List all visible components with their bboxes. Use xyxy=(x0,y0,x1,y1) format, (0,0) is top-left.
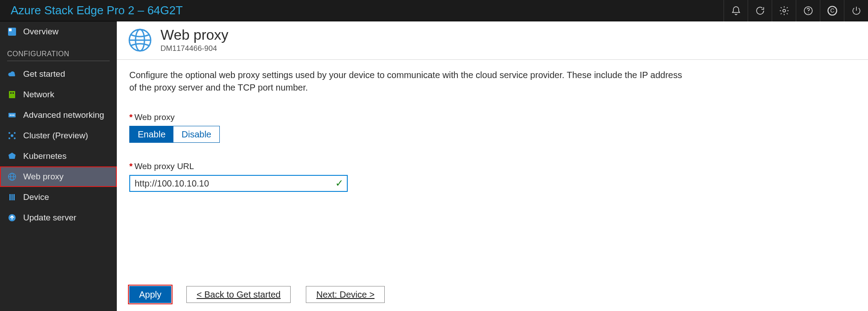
sidebar-item-network[interactable]: Network xyxy=(0,84,117,105)
sidebar-item-label: Cluster (Preview) xyxy=(23,131,88,141)
required-star: * xyxy=(129,112,132,122)
next-button[interactable]: Next: Device > xyxy=(306,286,385,303)
svg-marker-19 xyxy=(8,153,16,159)
sidebar-item-web-proxy[interactable]: Web proxy xyxy=(0,166,117,187)
settings-icon[interactable] xyxy=(772,0,796,21)
svg-point-12 xyxy=(12,115,13,116)
svg-rect-24 xyxy=(12,194,13,200)
page-footer: Apply < Back to Get started Next: Device… xyxy=(117,280,868,311)
svg-point-17 xyxy=(8,137,10,139)
top-bar: Azure Stack Edge Pro 2 – 64G2T C xyxy=(0,0,868,21)
web-proxy-toggle: Enable Disable xyxy=(129,126,220,143)
sidebar-item-overview[interactable]: Overview xyxy=(0,21,117,42)
svg-rect-7 xyxy=(9,91,15,98)
web-proxy-label: *Web proxy xyxy=(129,112,856,122)
web-proxy-url-input[interactable] xyxy=(129,175,348,192)
page-body: Configure the optional web proxy setting… xyxy=(117,60,868,280)
notifications-icon[interactable] xyxy=(724,0,748,21)
svg-text:C: C xyxy=(830,7,834,14)
device-icon xyxy=(7,192,17,202)
apply-button[interactable]: Apply xyxy=(129,286,171,303)
svg-rect-8 xyxy=(10,92,12,94)
page-title: Web proxy xyxy=(160,27,228,43)
required-star: * xyxy=(129,162,132,171)
page-globe-icon xyxy=(128,28,152,53)
svg-rect-23 xyxy=(9,194,11,200)
svg-rect-25 xyxy=(13,194,15,200)
web-proxy-url-label: *Web proxy URL xyxy=(129,162,856,171)
help-icon[interactable] xyxy=(796,0,820,21)
page-subtitle: DM1174466-904 xyxy=(160,44,228,53)
sidebar-item-update-server[interactable]: Update server xyxy=(0,207,117,228)
sidebar-item-label: Kubernetes xyxy=(23,151,66,161)
sidebar-item-label: Network xyxy=(23,90,54,100)
update-icon xyxy=(7,213,17,223)
svg-point-16 xyxy=(14,132,16,134)
kubernetes-icon xyxy=(7,151,17,161)
svg-point-14 xyxy=(11,134,13,137)
svg-point-11 xyxy=(10,115,11,116)
advanced-networking-icon xyxy=(7,110,17,120)
sidebar-section-label: CONFIGURATION xyxy=(0,42,117,61)
overview-icon xyxy=(7,27,17,37)
main-panel: Web proxy DM1174466-904 Configure the op… xyxy=(117,21,868,311)
toggle-disable[interactable]: Disable xyxy=(173,126,219,142)
sidebar-item-label: Device xyxy=(23,192,49,202)
sidebar-item-advanced-networking[interactable]: Advanced networking xyxy=(0,105,117,125)
sidebar-item-label: Get started xyxy=(23,69,65,79)
sidebar-item-label: Update server xyxy=(23,213,76,223)
svg-rect-6 xyxy=(9,29,12,31)
sidebar-item-get-started[interactable]: Get started xyxy=(0,64,117,84)
toggle-enable[interactable]: Enable xyxy=(130,126,173,142)
svg-rect-9 xyxy=(12,92,14,94)
globe-icon xyxy=(7,172,17,182)
refresh-icon[interactable] xyxy=(748,0,772,21)
field-web-proxy-url: *Web proxy URL ✓ xyxy=(129,162,856,192)
page-description: Configure the optional web proxy setting… xyxy=(129,69,691,94)
field-web-proxy-toggle: *Web proxy Enable Disable xyxy=(129,112,856,143)
back-button[interactable]: < Back to Get started xyxy=(186,286,291,303)
power-icon[interactable] xyxy=(844,0,868,21)
copyright-icon[interactable]: C xyxy=(820,0,844,21)
sidebar-item-kubernetes[interactable]: Kubernetes xyxy=(0,146,117,166)
sidebar-item-label: Web proxy xyxy=(23,172,63,182)
page-header: Web proxy DM1174466-904 xyxy=(117,21,868,60)
network-icon xyxy=(7,90,17,100)
svg-point-2 xyxy=(808,12,809,13)
sidebar-item-device[interactable]: Device xyxy=(0,187,117,207)
check-icon: ✓ xyxy=(335,178,343,189)
app-title: Azure Stack Edge Pro 2 – 64G2T xyxy=(0,4,183,17)
cluster-icon xyxy=(7,131,17,141)
sidebar-item-label: Overview xyxy=(23,27,58,37)
sidebar: Overview CONFIGURATION Get started Netwo… xyxy=(0,21,117,311)
svg-point-13 xyxy=(13,115,15,116)
svg-point-0 xyxy=(783,9,786,12)
svg-point-15 xyxy=(8,132,10,134)
sidebar-item-label: Advanced networking xyxy=(23,110,104,120)
sidebar-item-cluster[interactable]: Cluster (Preview) xyxy=(0,125,117,146)
cloud-icon xyxy=(7,69,17,79)
sidebar-section-divider xyxy=(7,61,110,61)
topbar-icon-group: C xyxy=(724,0,868,21)
svg-point-18 xyxy=(14,137,16,139)
